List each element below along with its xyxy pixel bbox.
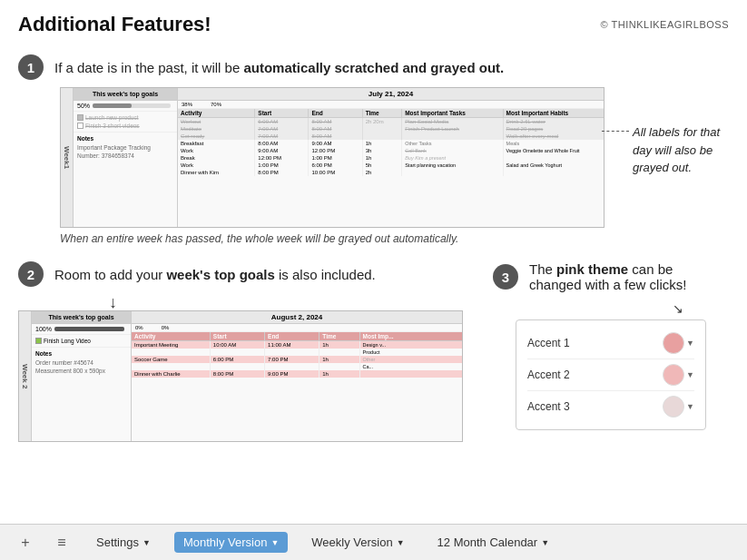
progress-row-right-1: 38%70% — [178, 101, 604, 109]
accent-caret-2: ▼ — [686, 370, 694, 379]
act-row-7: Work 1:00 PM 6:00 PM 5h Start planning v… — [178, 162, 604, 169]
weekly-caret: ▼ — [397, 538, 405, 547]
left-panel-2: This week's top goals 100% Finish Long V… — [32, 311, 132, 441]
top-goals-header-2: This week's top goals — [32, 311, 131, 324]
settings-dropdown[interactable]: Settings ▼ — [87, 532, 160, 553]
feature-1-text-bold: automatically scratched and grayed out. — [243, 60, 504, 75]
feature-2-text-bold: week's top goals — [166, 267, 274, 282]
accent-label-2: Accent 2 — [527, 368, 570, 381]
top-goals-header-1: This week's top goals — [74, 88, 177, 101]
act-row-5: Work 9:00 AM 12:00 PM 3h Call Bank Veggi… — [178, 147, 604, 154]
page-header: Additional Features! © THINKLIKEAGIRLBOS… — [0, 0, 747, 45]
progress-pct-1: 50% — [77, 103, 90, 109]
right-panel-2: August 2, 2024 0%0% Activity Start End T… — [132, 311, 462, 441]
menu-button[interactable]: ≡ — [51, 532, 73, 554]
feature-block-1: 1 If a date is in the past, it will be a… — [18, 54, 729, 245]
calendar-caret: ▼ — [541, 538, 549, 547]
arrow-annotation: ↘ — [493, 301, 729, 316]
feature-block-3: 3 The pink theme can bechanged with a fe… — [493, 261, 729, 430]
act2-row-5: Dinner with Charlie 8:00 PM 9:00 PM 1h — [132, 370, 462, 378]
act-row-6: Break 12:00 PM 1:00 PM 1h Buy Kim a pres… — [178, 154, 604, 162]
accent-caret-3: ▼ — [686, 402, 694, 411]
act-row-8: Dinner with Kim 8:00 PM 10:00 PM 2h — [178, 169, 604, 176]
goals-list-1: Launch new product Finish 3 short videos — [74, 112, 177, 132]
arrow-down-1: ↓ — [109, 294, 484, 310]
accent-row-2: Accent 2 ▼ — [527, 359, 694, 391]
feature-2-text-before: Room to add your — [54, 267, 166, 282]
accent-row-3: Accent 3 ▼ — [527, 391, 694, 422]
feature-1-number: 1 — [18, 54, 44, 80]
main-content: 1 If a date is in the past, it will be a… — [0, 45, 747, 442]
progress-row-1: 50% — [74, 101, 177, 112]
feature-2-text-after: is also included. — [275, 267, 376, 282]
calendar-mockup-1: Week1 This week's top goals 50% Launch n… — [60, 87, 729, 245]
monthly-label: Monthly Version — [183, 535, 268, 549]
act2-row-1: Important Meeting 10:00 AM 11:00 AM 1h D… — [132, 341, 462, 349]
accent-swatch-2[interactable] — [663, 364, 684, 386]
notes-1: Notes Important Package TrackingNumber: … — [74, 132, 177, 227]
accent-swatch-2-container[interactable]: ▼ — [663, 364, 694, 386]
feature-3-header: 3 The pink theme can bechanged with a fe… — [493, 261, 729, 292]
calendar-mockup-2: Week 2 This week's top goals 100% Finish… — [18, 310, 463, 442]
feature-1-subtitle: When an entire week has passed, the whol… — [60, 232, 729, 245]
settings-label: Settings — [96, 535, 139, 549]
features-row-2-3: 2 Room to add your week's top goals is a… — [18, 261, 729, 442]
goals-list-2: Finish Long Video — [32, 335, 131, 347]
monthly-caret: ▼ — [270, 538, 279, 547]
accent-label-3: Accent 3 — [527, 400, 570, 413]
feature-3-text: The pink theme can bechanged with a few … — [529, 261, 686, 292]
accent-swatch-3[interactable] — [663, 396, 684, 418]
feature-1-text: If a date is in the past, it will be aut… — [54, 60, 504, 75]
accent-swatch-1-container[interactable]: ▼ — [663, 332, 694, 354]
feature-2-text: Room to add your week's top goals is als… — [54, 267, 376, 282]
col-headers-2: Activity Start End Time Most Imp... — [132, 332, 462, 341]
page-title: Additional Features! — [18, 13, 211, 36]
goal-item-2: Finish 3 short videos — [77, 122, 173, 130]
monthly-version-dropdown[interactable]: Monthly Version ▼ — [174, 532, 288, 553]
accent-label-1: Accent 1 — [527, 337, 570, 349]
feature-3-text-before: The — [529, 261, 556, 277]
week-label-1: Week1 — [61, 88, 74, 227]
weekly-label: Weekly Version — [311, 535, 392, 549]
feature-3-text-bold: pink theme — [556, 261, 628, 277]
notes-2: Notes Order number #45674Measurement 800… — [32, 347, 131, 441]
act2-row-4: Ca... — [132, 363, 462, 370]
calendar-dropdown[interactable]: 12 Month Calendar ▼ — [428, 532, 559, 553]
accent-row-1: Accent 1 ▼ — [527, 328, 694, 359]
accent-caret-1: ▼ — [686, 339, 694, 348]
weekly-version-dropdown[interactable]: Weekly Version ▼ — [302, 532, 413, 553]
accent-swatch-1[interactable] — [663, 332, 684, 354]
date-header-1: July 21, 2024 — [178, 88, 604, 101]
bottom-toolbar: + ≡ Settings ▼ Monthly Version ▼ Weekly … — [0, 524, 747, 560]
goal-item-3: Finish Long Video — [35, 337, 127, 345]
settings-caret: ▼ — [143, 538, 151, 547]
progress-row-2: 100% — [32, 324, 131, 335]
act2-row-3: Soccer Game 6:00 PM 7:00 PM 1h Other — [132, 356, 462, 363]
act-row-2: Meditate 7:00 AM 8:00 AM Finish Product … — [178, 125, 604, 133]
act2-row-2: Product — [132, 349, 462, 356]
feature-3-number: 3 — [493, 264, 518, 290]
progress-row-right-2: 0%0% — [132, 324, 462, 332]
week-label-2: Week 2 — [19, 311, 32, 441]
feature-1-header: 1 If a date is in the past, it will be a… — [18, 54, 729, 80]
feature-1-text-before: If a date is in the past, it will be — [54, 60, 243, 75]
feature-2-header: 2 Room to add your week's top goals is a… — [18, 261, 484, 287]
accent-picker-box: Accent 1 ▼ Accent 2 ▼ — [516, 319, 706, 430]
act-row-3: Get ready 7:00 AM 8:00 AM Walk after eve… — [178, 133, 604, 140]
goal-item-1: Launch new product — [77, 113, 173, 122]
add-button[interactable]: + — [15, 532, 36, 554]
feature-block-2: 2 Room to add your week's top goals is a… — [18, 261, 484, 442]
brand-label: © THINKLIKEAGIRLBOSS — [601, 19, 729, 30]
accent-swatch-3-container[interactable]: ▼ — [663, 396, 694, 418]
col-headers-1: Activity Start End Time Most Important T… — [178, 109, 604, 118]
annotation-1: All labels for thatday will also begraye… — [602, 123, 738, 177]
feature-2-number: 2 — [18, 261, 44, 287]
accent-picker-area: ↘ Accent 1 ▼ Accent 2 — [493, 301, 729, 430]
act-row-4: Breakfast 8:00 AM 9:00 AM 1h Other Tasks… — [178, 140, 604, 147]
act-row-1: Workout 6:00 AM 8:00 AM 2h 20m Plan Soci… — [178, 118, 604, 125]
calendar-label: 12 Month Calendar — [437, 535, 538, 549]
date-header-2: August 2, 2024 — [132, 311, 462, 324]
